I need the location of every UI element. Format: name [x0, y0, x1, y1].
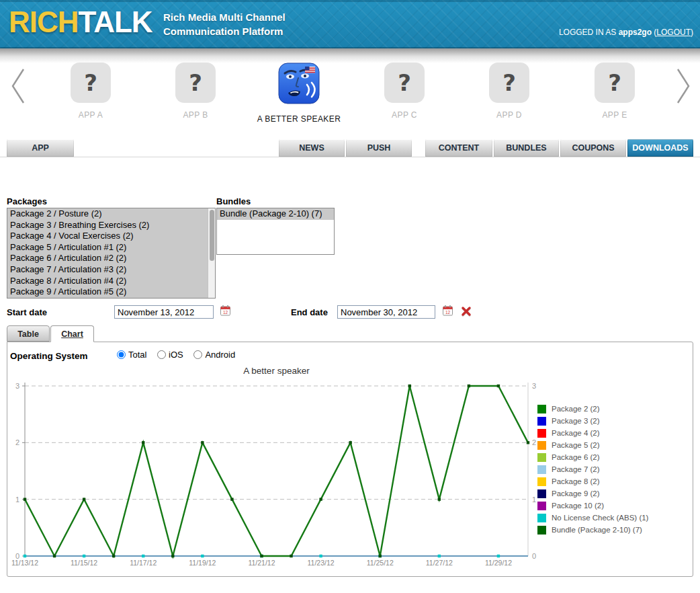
carousel-app-a-better-speaker[interactable]: A BETTER SPEAKER [249, 63, 349, 124]
app-label: APP C [364, 110, 445, 120]
svg-text:11/27/12: 11/27/12 [426, 559, 453, 567]
placeholder-app-icon: ? [595, 63, 635, 103]
legend-swatch [537, 441, 546, 450]
tab-coupons[interactable]: COUPONS [560, 139, 626, 157]
carousel-app-c[interactable]: ? APP C [364, 63, 445, 120]
svg-text:11/13/12: 11/13/12 [11, 559, 38, 567]
legend-item: No License Check (ABS) (1) [537, 513, 648, 525]
legend-item: Package 5 (2) [537, 440, 648, 452]
placeholder-app-icon: ? [489, 63, 529, 103]
package-list-item[interactable]: Package 9 / Articulation #5 (2) [7, 286, 215, 298]
legend-swatch [537, 465, 546, 474]
tab-bundles[interactable]: BUNDLES [494, 139, 559, 157]
radio-total-input[interactable] [117, 350, 126, 359]
carousel-app-a[interactable]: ? APP A [50, 63, 131, 120]
carousel-app-d[interactable]: ? APP D [469, 63, 550, 120]
svg-text:11/25/12: 11/25/12 [367, 559, 394, 567]
clear-dates-icon[interactable] [460, 305, 472, 320]
app-label: APP B [155, 110, 236, 120]
package-list-item[interactable]: Package 8 / Articulation #4 (2) [7, 276, 215, 287]
placeholder-app-icon: ? [175, 63, 216, 103]
tab-content[interactable]: CONTENT [425, 139, 492, 157]
chart-panel: Operating System Total iOS Android A bet… [7, 342, 693, 577]
tab-downloads[interactable]: DOWNLOADS [627, 139, 693, 157]
svg-text:12: 12 [445, 310, 451, 315]
end-date-calendar-icon[interactable]: 12 [442, 305, 453, 319]
svg-text:11/19/12: 11/19/12 [189, 559, 216, 567]
svg-text:11/21/12: 11/21/12 [248, 559, 275, 567]
legend-label: Package 7 (2) [552, 465, 600, 473]
scrollbar-thumb[interactable] [210, 210, 214, 261]
packages-listbox[interactable]: Package 2 / Posture (2)Package 3 / Breat… [7, 208, 216, 299]
legend-item: Package 2 (2) [537, 404, 648, 416]
logout-link[interactable]: LOGOUT [656, 28, 691, 37]
downloads-line-chart: A better speaker0011223311/13/1211/15/12… [7, 362, 545, 574]
legend-swatch [537, 502, 546, 510]
start-date-label: Start date [7, 307, 47, 317]
packages-scrollbar[interactable] [208, 208, 215, 298]
svg-text:11/29/12: 11/29/12 [485, 559, 512, 567]
legend-item: Package 9 (2) [537, 489, 648, 501]
tab-push[interactable]: PUSH [346, 139, 412, 157]
legend-item: Package 3 (2) [537, 416, 648, 428]
app-carousel: ? APP A ? APP B [0, 57, 700, 131]
radio-android[interactable]: Android [193, 350, 235, 360]
end-date-label: End date [291, 307, 328, 317]
app-label: A BETTER SPEAKER [249, 114, 349, 124]
better-speaker-icon [278, 63, 320, 107]
radio-total[interactable]: Total [117, 350, 146, 360]
legend-label: Package 10 (2) [552, 502, 604, 510]
downloads-page: RICHTALK Rich Media Multi Channel Commun… [0, 0, 700, 593]
legend-swatch [537, 514, 546, 522]
legend-label: Package 8 (2) [552, 477, 600, 485]
package-list-item[interactable]: Package 3 / Breathing Exercises (2) [7, 220, 215, 231]
tab-app[interactable]: APP [7, 139, 74, 157]
logo-rich: RICH [9, 5, 79, 38]
svg-text:11/23/12: 11/23/12 [308, 559, 335, 567]
legend-swatch [537, 417, 546, 426]
start-date-input[interactable] [114, 305, 214, 319]
package-list-item[interactable]: Package 2 / Posture (2) [7, 208, 215, 220]
legend-label: Bundle (Package 2-10) (7) [552, 526, 642, 534]
end-date-input[interactable] [337, 305, 435, 319]
legend-swatch [537, 526, 546, 535]
package-list-item[interactable]: Package 7 / Articulation #3 (2) [7, 264, 215, 276]
bundles-listbox[interactable]: Bundle (Package 2-10) (7) [216, 208, 335, 255]
radio-android-input[interactable] [193, 350, 202, 359]
app-label: APP D [469, 110, 550, 120]
main-nav: APP NEWS PUSH CONTENT BUNDLES COUPONS DO… [0, 139, 700, 157]
legend-label: Package 9 (2) [552, 489, 600, 498]
legend-item: Package 4 (2) [537, 428, 648, 440]
legend-label: Package 2 (2) [552, 405, 600, 413]
username: apps2go [619, 28, 652, 37]
subtab-chart[interactable]: Chart [50, 325, 94, 342]
app-label: APP E [574, 110, 655, 120]
carousel-app-e[interactable]: ? APP E [574, 63, 655, 120]
carousel-next-icon[interactable] [674, 66, 692, 109]
bundles-label: Bundles [216, 196, 251, 206]
svg-text:12: 12 [223, 310, 228, 315]
legend-label: Package 5 (2) [552, 441, 600, 449]
carousel-app-b[interactable]: ? APP B [155, 63, 236, 120]
login-prefix: LOGGED IN AS [559, 28, 619, 37]
legend-item: Package 6 (2) [537, 452, 648, 465]
series-line-0 [25, 386, 528, 556]
svg-text:A better speaker: A better speaker [243, 366, 310, 376]
svg-text:0: 0 [532, 552, 536, 560]
package-list-item[interactable]: Package 4 / Vocal Exercises (2) [7, 231, 215, 242]
tab-news[interactable]: NEWS [279, 139, 345, 157]
package-list-item[interactable]: Package 6 / Articulation #2 (2) [7, 253, 215, 264]
radio-ios-input[interactable] [157, 350, 166, 359]
package-list-item[interactable]: Package 5 / Articulation #1 (2) [7, 242, 215, 253]
legend-swatch [537, 429, 546, 438]
legend-swatch [537, 489, 546, 498]
radio-ios[interactable]: iOS [157, 350, 183, 360]
app-label: APP A [50, 110, 131, 120]
bundle-list-item[interactable]: Bundle (Package 2-10) (7) [217, 208, 334, 220]
start-date-calendar-icon[interactable]: 12 [220, 305, 231, 319]
tagline-line2: Communication Platform [163, 24, 286, 38]
subtab-table[interactable]: Table [7, 325, 50, 342]
svg-text:11/17/12: 11/17/12 [130, 559, 157, 567]
carousel-prev-icon[interactable] [9, 66, 27, 109]
app-header: RICHTALK Rich Media Multi Channel Commun… [0, 0, 700, 48]
